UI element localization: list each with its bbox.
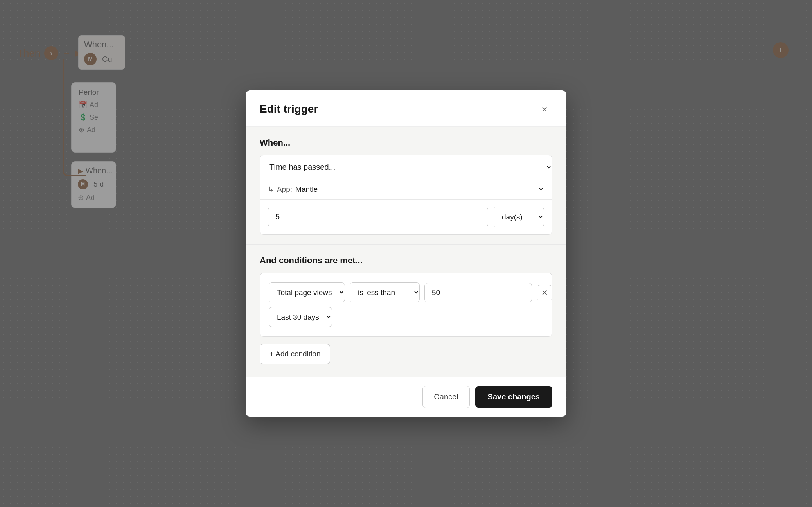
period-select[interactable]: Last 30 days Last 7 days Last 90 days Al… [269,307,332,327]
cancel-label: Cancel [434,392,458,401]
when-section: When... Time has passed... Event occurs … [246,127,566,245]
time-input-row: day(s) hour(s) week(s) month(s) [260,200,552,234]
add-condition-label: + Add condition [269,350,320,358]
save-changes-button[interactable]: Save changes [475,386,552,408]
app-select[interactable]: Mantle Shopify Custom [294,185,544,194]
condition-bottom-row: Last 30 days Last 7 days Last 90 days Al… [269,307,543,327]
when-card: Time has passed... Event occurs Date is … [260,155,552,235]
trigger-type-select[interactable]: Time has passed... Event occurs Date is … [260,155,552,179]
modal-body: When... Time has passed... Event occurs … [246,127,566,377]
when-section-label: When... [260,138,552,148]
app-select-row: ↳ App: Mantle Shopify Custom [260,179,552,200]
trigger-select-row: Time has passed... Event occurs Date is … [260,155,552,179]
remove-icon: ✕ [541,288,548,297]
save-label: Save changes [488,392,540,401]
metric-select[interactable]: Total page views Sessions Revenue Orders [269,282,345,302]
cancel-button[interactable]: Cancel [422,386,469,408]
app-label: App: [277,185,292,194]
close-button[interactable]: × [537,101,552,117]
operator-select[interactable]: is less than is greater than equals does… [350,282,420,302]
condition-top-row: Total page views Sessions Revenue Orders… [269,282,543,302]
condition-card: Total page views Sessions Revenue Orders… [260,273,552,337]
conditions-section-label: And conditions are met... [260,255,552,266]
add-condition-button[interactable]: + Add condition [260,344,330,364]
conditions-section: And conditions are met... Total page vie… [246,245,566,377]
condition-remove-button[interactable]: ✕ [537,285,552,300]
condition-value-input[interactable] [424,283,532,302]
modal-title: Edit trigger [260,103,318,115]
modal-footer: Cancel Save changes [246,377,566,417]
time-value-input[interactable] [268,207,488,227]
time-unit-select[interactable]: day(s) hour(s) week(s) month(s) [494,207,544,227]
arrow-indicator-icon: ↳ [268,185,274,194]
edit-trigger-modal: Edit trigger × When... Time has passed..… [246,90,566,417]
modal-header: Edit trigger × [246,90,566,127]
close-icon: × [541,103,547,115]
